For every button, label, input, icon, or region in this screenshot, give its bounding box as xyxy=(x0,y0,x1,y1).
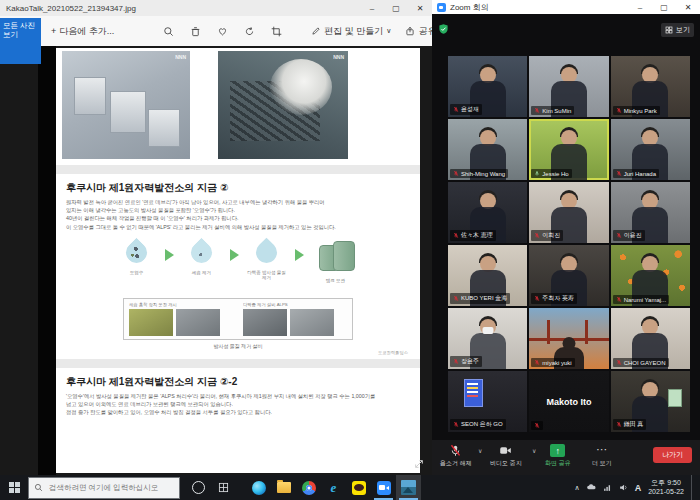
leave-meeting-button[interactable]: 나가기 xyxy=(653,447,692,463)
photos-window: KakaoTalk_20210522_21394347.jpg – ▢ ✕ 모든… xyxy=(0,0,432,475)
search-icon xyxy=(34,483,43,492)
video-options-caret[interactable]: ∨ xyxy=(532,447,536,454)
task-view-button[interactable] xyxy=(211,475,236,500)
participant-tile[interactable]: Makoto Ito xyxy=(529,371,608,432)
start-button[interactable] xyxy=(0,475,28,500)
water-drop-icon xyxy=(252,237,282,267)
participant-name: 윤성재 xyxy=(461,105,479,114)
muted-mic-icon xyxy=(453,295,459,302)
windows-taskbar: e ∧ A 오후 9:50 2021-05-22 xyxy=(0,475,700,500)
participant-tile[interactable]: 윤성재 xyxy=(448,56,527,117)
book-cover xyxy=(668,389,682,407)
taskbar-item-kakaotalk[interactable] xyxy=(346,475,371,500)
show-desktop-button[interactable] xyxy=(691,475,696,500)
share-screen-icon: ↑ xyxy=(550,444,565,457)
add-to-button[interactable]: + 다음에 추가... xyxy=(44,25,121,38)
participant-name: KUBO YERI 金海 xyxy=(461,294,507,303)
participant-tile[interactable]: Kim SuMin xyxy=(529,56,608,117)
photo-viewer-canvas: NNN NNN 후쿠시마 제1원자력발전소의 지금 ② 원자력 발전 녹아 굳어… xyxy=(0,46,432,475)
participant-tile[interactable]: SEON 은하 GO xyxy=(448,371,527,432)
delete-icon[interactable] xyxy=(182,26,209,37)
zoom-toolbar: 음소거 해제 ∨ 비디오 중지 ∨ ↑ 화면 공유 ⋯ 더 보기 나가기 xyxy=(432,440,700,475)
participant-tile[interactable]: Minkyu Park xyxy=(611,56,690,117)
muted-mic-icon xyxy=(534,170,540,177)
unmute-button[interactable]: 음소거 해제 xyxy=(440,444,472,468)
volume-icon[interactable] xyxy=(619,483,628,492)
ime-indicator[interactable]: A xyxy=(635,483,642,493)
face-mask xyxy=(482,327,493,334)
view-button[interactable]: 보기 xyxy=(661,23,694,37)
minimize-button[interactable]: – xyxy=(628,0,652,14)
stop-video-button[interactable]: 비디오 중지 xyxy=(490,444,522,468)
minimize-button[interactable]: – xyxy=(360,0,384,16)
section-divider xyxy=(56,359,420,368)
participant-name: Narumi Yamaj... xyxy=(624,297,666,303)
section2-body: '오염수'에서 방사성 물질을 제거한 물은 'ALPS 처리수'라 불리며, … xyxy=(66,392,410,417)
taskbar-clock[interactable]: 오후 9:50 2021-05-22 xyxy=(648,479,684,497)
water-treatment-diagram: 오염수 세슘 제거 다핵종 방사성 물질 제거 xyxy=(56,236,420,296)
taskbar-item-explorer[interactable] xyxy=(271,475,296,500)
taskbar-item-zoom[interactable] xyxy=(371,475,396,500)
grid-view-icon xyxy=(665,26,673,34)
mic-options-caret[interactable]: ∨ xyxy=(478,447,482,454)
participant-tile[interactable]: miyaki yuki xyxy=(529,308,608,369)
participant-tile[interactable]: Jessie Ho xyxy=(529,119,608,180)
see-all-photos-button[interactable]: 모든 사진 보기 xyxy=(0,18,41,64)
muted-mic-icon xyxy=(534,295,540,302)
participant-name: miyaki yuki xyxy=(542,360,571,366)
search-input[interactable] xyxy=(47,482,169,493)
participant-tile[interactable]: 佐々木 恵理 xyxy=(448,182,527,243)
muted-mic-icon xyxy=(534,232,540,239)
taskbar-item-edge[interactable] xyxy=(246,475,271,500)
onedrive-icon[interactable] xyxy=(587,483,596,492)
more-button[interactable]: ⋯ 더 보기 xyxy=(592,444,612,468)
windows-logo-icon xyxy=(9,482,20,493)
participant-name: CHOI GAYEON xyxy=(624,360,666,366)
participant-name: Jessie Ho xyxy=(542,171,568,177)
participant-tile[interactable]: Narumi Yamaj... xyxy=(611,245,690,306)
zoom-icon[interactable] xyxy=(155,26,182,37)
participant-tile[interactable]: 장윤주 xyxy=(448,308,527,369)
edit-create-button[interactable]: 편집 및 만들기 ∨ xyxy=(304,25,398,38)
taskbar-item-photos[interactable] xyxy=(396,475,421,500)
taskbar-item-chrome[interactable] xyxy=(296,475,321,500)
section1-body: 원자력 발전 녹아 굳어진 연료인 '연료 데브리'가 아직 남아 있으며, 사… xyxy=(66,198,410,231)
zoom-meeting-area: 보기 윤성재Kim SuMinMinkyu ParkShih-Ming Wang… xyxy=(432,14,700,475)
participant-name: Minkyu Park xyxy=(624,108,657,114)
crop-icon[interactable] xyxy=(263,26,290,37)
encryption-shield-icon[interactable] xyxy=(438,23,449,35)
participant-tile[interactable]: 이희진 xyxy=(529,182,608,243)
close-button[interactable]: ✕ xyxy=(408,0,432,16)
share-screen-button[interactable]: ↑ 화면 공유 xyxy=(545,444,571,468)
maximize-button[interactable]: ▢ xyxy=(384,0,408,16)
book-cover xyxy=(464,379,483,407)
participant-name: 이용진 xyxy=(624,231,642,240)
network-icon[interactable] xyxy=(603,483,612,492)
muted-mic-icon xyxy=(453,232,459,239)
tray-expand-icon[interactable]: ∧ xyxy=(575,484,580,492)
participant-tile[interactable]: 주최자 英寿 xyxy=(529,245,608,306)
favorite-heart-icon[interactable] xyxy=(209,26,236,37)
muted-mic-icon xyxy=(616,107,622,114)
muted-mic-icon xyxy=(616,232,622,239)
muted-mic-icon xyxy=(616,421,622,428)
close-button[interactable]: ✕ xyxy=(676,0,700,14)
taskbar-item-ie[interactable]: e xyxy=(321,475,346,500)
fullscreen-arrow-icon[interactable] xyxy=(414,459,424,469)
participant-name: 佐々木 恵理 xyxy=(461,231,493,240)
maximize-button[interactable]: ▢ xyxy=(652,0,676,14)
rotate-icon[interactable] xyxy=(236,26,263,37)
participant-tile[interactable]: 鎌田 真 xyxy=(611,371,690,432)
cortana-button[interactable] xyxy=(186,475,211,500)
storage-tank-icon xyxy=(319,241,353,271)
taskbar-search[interactable] xyxy=(28,477,180,499)
plant-intact-photo: NNN xyxy=(62,51,190,159)
participant-tile[interactable]: KUBO YERI 金海 xyxy=(448,245,527,306)
participant-tile[interactable]: 이용진 xyxy=(611,182,690,243)
participant-grid: 윤성재Kim SuMinMinkyu ParkShih-Ming WangJes… xyxy=(448,56,690,432)
participant-tile[interactable]: Juri Hanada xyxy=(611,119,690,180)
participant-tile[interactable]: Shih-Ming Wang xyxy=(448,119,527,180)
video-camera-icon xyxy=(499,444,512,457)
participant-tile[interactable]: CHOI GAYEON xyxy=(611,308,690,369)
zoom-taskbar-icon xyxy=(377,481,391,495)
